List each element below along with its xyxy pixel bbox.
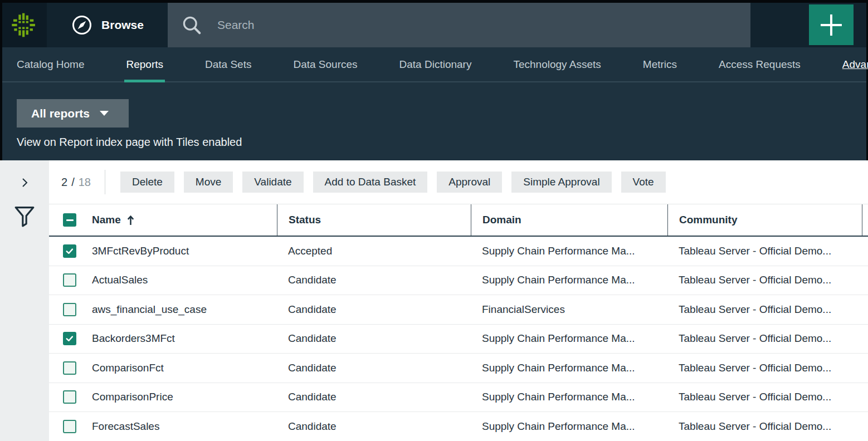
app-logo-button[interactable] [2,3,47,47]
tab-data-dictionary[interactable]: Data Dictionary [399,47,472,81]
tab-label: Catalog Home [17,58,84,71]
tab-catalog-home[interactable]: Catalog Home [17,47,84,81]
check-icon [65,246,75,256]
status-cell: Candidate [277,332,471,345]
name-cell[interactable]: ActualSales [92,274,277,286]
domain-header-label: Domain [482,214,521,226]
tab-advanced[interactable]: Advanced [842,47,868,81]
row-checkbox-cell [49,273,92,287]
search-input[interactable] [217,18,696,32]
browse-label: Browse [101,18,144,32]
add-new-button[interactable] [809,4,854,45]
column-header-domain[interactable]: Domain [471,204,667,236]
row-checkbox-cell [49,332,92,345]
tab-label: Data Sources [293,58,357,71]
table-row[interactable]: ForecastSalesCandidateSupply Chain Perfo… [49,412,868,441]
column-header-community[interactable]: Community [667,204,862,236]
row-checkbox[interactable] [63,273,76,287]
select-all-cell [49,204,92,236]
vote-button[interactable]: Vote [621,171,666,193]
report-view-band: All reports View on Report index page wi… [2,82,866,160]
tab-label: Access Requests [719,58,801,71]
approval-button[interactable]: Approval [437,171,502,193]
column-header-name[interactable]: Name [92,204,277,236]
all-reports-label: All reports [31,107,90,120]
domain-cell: Supply Chain Performance Ma... [471,274,667,286]
tab-label: Data Sets [205,58,251,71]
status-cell: Candidate [277,303,471,316]
tab-technology-assets[interactable]: Technology Assets [513,47,601,81]
row-checkbox[interactable] [63,361,76,375]
row-checkbox[interactable] [63,420,76,433]
browse-button[interactable]: Browse [47,3,168,47]
domain-cell: FinancialServices [471,303,667,316]
community-header-label: Community [679,214,738,226]
table-row[interactable]: ComparisonFctCandidateSupply Chain Perfo… [49,354,868,383]
table-row[interactable]: aws_financial_use_caseCandidateFinancial… [49,295,868,325]
community-cell: Tableau Server - Official Demo... [667,362,862,374]
row-checkbox-cell [49,361,92,375]
table-row[interactable]: Backorders3MFctCandidateSupply Chain Per… [49,325,868,354]
active-tab-underline [124,80,165,82]
tab-reports[interactable]: Reports [126,47,163,81]
filter-button[interactable] [13,204,36,232]
count-separator: / [71,176,75,189]
name-cell[interactable]: 3MFctRevByProduct [92,245,277,257]
expand-panel-button[interactable] [17,175,32,192]
community-cell: Tableau Server - Official Demo... [667,274,862,286]
compass-icon [71,14,93,36]
left-sidebar [0,160,49,441]
community-cell: Tableau Server - Official Demo... [667,303,862,316]
name-cell[interactable]: ComparisonPrice [92,391,277,403]
table-row[interactable]: ComparisonPriceCandidateSupply Chain Per… [49,383,868,413]
name-cell[interactable]: Backorders3MFct [92,332,277,345]
validate-button[interactable]: Validate [242,171,303,193]
simple-approval-button[interactable]: Simple Approval [511,171,611,193]
chevron-down-icon [100,111,109,116]
tab-label: Advanced [842,58,868,71]
tab-label: Technology Assets [513,58,601,71]
status-cell: Accepted [277,245,471,257]
status-cell: Candidate [277,362,471,374]
tab-data-sets[interactable]: Data Sets [205,47,251,81]
status-cell: Candidate [277,391,471,403]
tab-label: Metrics [643,58,677,71]
reports-table: Name Status Domain Community [49,204,868,441]
tab-data-sources[interactable]: Data Sources [293,47,357,81]
all-reports-dropdown[interactable]: All reports [17,99,129,128]
row-checkbox[interactable] [63,244,76,258]
toolbar-buttons: DeleteMoveValidateAdd to Data BasketAppr… [120,171,675,193]
indeterminate-icon [66,219,74,221]
chevron-right-icon [18,176,31,189]
row-checkbox-cell [49,244,92,258]
delete-button[interactable]: Delete [120,171,174,193]
community-cell: Tableau Server - Official Demo... [667,420,862,433]
report-list-panel: 2 / 18 DeleteMoveValidateAdd to Data Bas… [49,160,868,441]
name-cell[interactable]: aws_financial_use_case [92,303,277,316]
table-row[interactable]: ActualSalesCandidateSupply Chain Perform… [49,266,868,296]
name-cell[interactable]: ForecastSales [92,420,277,433]
status-cell: Candidate [277,420,471,433]
table-header-row: Name Status Domain Community [49,204,868,237]
selection-count: 2 / 18 [61,176,91,189]
catalog-nav: Catalog HomeReportsData SetsData Sources… [2,47,866,82]
row-checkbox[interactable] [63,332,76,345]
tab-access-requests[interactable]: Access Requests [719,47,801,81]
name-cell[interactable]: ComparisonFct [92,362,277,374]
column-header-status[interactable]: Status [277,204,471,236]
table-row[interactable]: 3MFctRevByProductAcceptedSupply Chain Pe… [49,237,868,266]
add-to-data-basket-button[interactable]: Add to Data Basket [313,171,428,193]
domain-cell: Supply Chain Performance Ma... [471,362,667,374]
community-cell: Tableau Server - Official Demo... [667,332,862,345]
domain-cell: Supply Chain Performance Ma... [471,391,667,403]
row-checkbox[interactable] [63,303,76,316]
select-all-checkbox[interactable] [63,213,76,227]
table-body: 3MFctRevByProductAcceptedSupply Chain Pe… [49,237,868,441]
move-button[interactable]: Move [184,171,233,193]
row-checkbox[interactable] [63,390,76,404]
collibra-logo-icon [11,12,38,38]
top-bar: Browse [2,3,866,47]
row-checkbox-cell [49,303,92,316]
tab-metrics[interactable]: Metrics [643,47,677,81]
header-region: Browse Catalog HomeReportsData SetsData … [0,0,868,160]
